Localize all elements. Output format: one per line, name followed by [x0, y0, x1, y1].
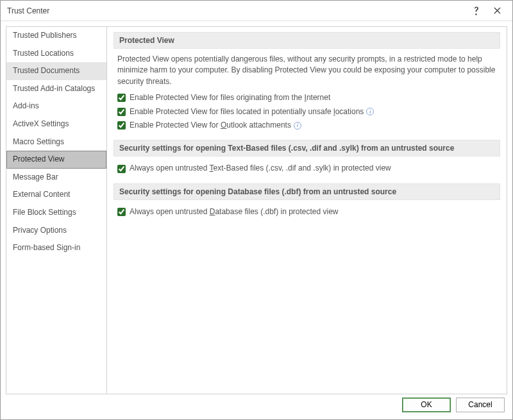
close-icon	[494, 7, 501, 14]
ok-button[interactable]: OK	[402, 398, 451, 412]
sidebar-item-message-bar[interactable]: Message Bar	[6, 169, 106, 187]
section-body-protected-view: Protected View opens potentially dangero…	[114, 54, 500, 140]
sidebar-item-trusted-documents[interactable]: Trusted Documents	[6, 62, 106, 80]
help-button[interactable]	[466, 2, 487, 20]
section-header-protected-view: Protected View	[114, 32, 500, 49]
section-body-db-files: Always open untrusted Database files (.d…	[114, 205, 500, 226]
option-label: Enable Protected View for files located …	[130, 106, 364, 117]
footer: OK Cancel	[1, 394, 512, 415]
close-button[interactable]	[487, 2, 507, 20]
checkbox-pv-internet[interactable]	[117, 94, 126, 102]
option-db-files[interactable]: Always open untrusted Database files (.d…	[117, 205, 496, 219]
sidebar-item-trusted-addin-catalogs[interactable]: Trusted Add-in Catalogs	[6, 80, 106, 98]
sidebar-item-external-content[interactable]: External Content	[6, 186, 106, 204]
section-body-text-files: Always open untrusted Text-Based files (…	[114, 162, 500, 183]
option-pv-internet[interactable]: Enable Protected View for files originat…	[117, 91, 496, 105]
option-label: Enable Protected View for files originat…	[130, 92, 330, 103]
option-label: Enable Protected View for Outlook attach…	[130, 120, 291, 131]
section-header-text-files: Security settings for opening Text-Based…	[114, 140, 500, 156]
cancel-button[interactable]: Cancel	[456, 398, 505, 412]
sidebar: Trusted Publishers Trusted Locations Tru…	[6, 26, 107, 394]
option-label: Always open untrusted Text-Based files (…	[130, 163, 391, 174]
sidebar-item-activex-settings[interactable]: ActiveX Settings	[6, 115, 106, 133]
sidebar-item-file-block-settings[interactable]: File Block Settings	[6, 204, 106, 222]
section-header-db-files: Security settings for opening Database f…	[114, 183, 500, 200]
option-label: Always open untrusted Database files (.d…	[130, 206, 339, 217]
info-icon[interactable]: i	[366, 108, 374, 115]
option-pv-unsafe-locations[interactable]: Enable Protected View for files located …	[117, 105, 496, 119]
info-icon[interactable]: i	[294, 122, 301, 130]
option-text-files[interactable]: Always open untrusted Text-Based files (…	[117, 162, 496, 175]
titlebar: Trust Center	[1, 1, 512, 21]
checkbox-text-files[interactable]	[117, 165, 126, 173]
sidebar-item-trusted-locations[interactable]: Trusted Locations	[6, 45, 106, 63]
protected-view-description: Protected View opens potentially dangero…	[117, 54, 496, 87]
checkbox-pv-outlook[interactable]	[117, 121, 126, 130]
sidebar-item-form-based-signin[interactable]: Form-based Sign-in	[6, 239, 106, 257]
checkbox-pv-unsafe-locations[interactable]	[117, 108, 126, 116]
content-area: Trusted Publishers Trusted Locations Tru…	[1, 21, 512, 394]
sidebar-item-macro-settings[interactable]: Macro Settings	[6, 133, 106, 151]
sidebar-item-addins[interactable]: Add-ins	[6, 97, 106, 115]
window-title: Trust Center	[7, 6, 466, 15]
sidebar-item-trusted-publishers[interactable]: Trusted Publishers	[6, 27, 106, 45]
sidebar-item-privacy-options[interactable]: Privacy Options	[6, 222, 106, 240]
sidebar-item-protected-view[interactable]: Protected View	[6, 151, 106, 169]
checkbox-db-files[interactable]	[117, 208, 126, 216]
help-icon	[473, 6, 480, 15]
option-pv-outlook[interactable]: Enable Protected View for Outlook attach…	[117, 119, 496, 132]
main-panel: Protected View Protected View opens pote…	[107, 26, 507, 394]
